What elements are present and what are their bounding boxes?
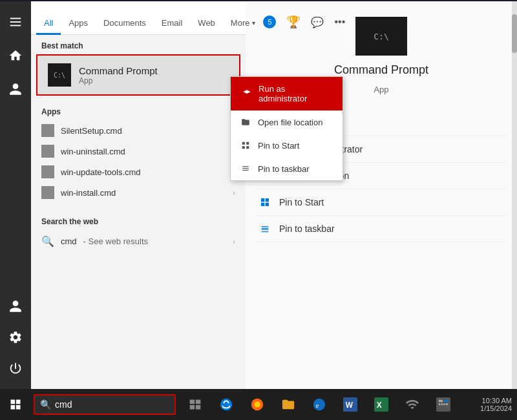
sidebar-home-button[interactable]	[0, 40, 31, 71]
taskbar-search-icon: 🔍	[40, 399, 51, 410]
app-item-uninstall[interactable]: win-uninstall.cmd ›	[31, 141, 246, 162]
tab-more[interactable]: More ▾	[223, 13, 264, 35]
detail-action-pin-start[interactable]: Pin to Start	[256, 189, 507, 216]
taskbar-search-bar[interactable]: 🔍	[34, 394, 176, 415]
svg-rect-5	[261, 203, 264, 206]
svg-rect-8	[246, 142, 249, 145]
svg-rect-34	[446, 403, 448, 405]
tab-extras: 5 🏆 💬 •••	[263, 15, 345, 34]
search-query: cmd	[61, 236, 77, 246]
cmd-file-icon	[41, 124, 54, 137]
svg-rect-16	[196, 400, 201, 404]
svg-rect-30	[444, 400, 448, 403]
search-icon: 🔍	[41, 235, 54, 247]
taskbar-search-input[interactable]	[55, 399, 165, 410]
svg-rect-1	[10, 21, 21, 23]
tabs-bar: All Apps Documents Email Web More ▾ 5 🏆 …	[31, 1, 246, 35]
taskbar-right: 10:30 AM1/15/2024	[480, 397, 517, 412]
svg-rect-10	[246, 146, 249, 149]
app-item-install[interactable]: win-install.cmd ›	[31, 182, 246, 203]
taskbar-task-view[interactable]	[181, 389, 209, 420]
pin-start-icon	[258, 196, 271, 209]
taskbar-edge[interactable]	[212, 389, 240, 420]
sidebar-settings-button[interactable]	[0, 322, 31, 353]
context-menu-pin-taskbar[interactable]: Pin to taskbar	[231, 157, 343, 180]
pin-taskbar-icon	[258, 222, 271, 235]
run-admin-menu-icon	[241, 88, 252, 100]
search-panel: All Apps Documents Email Web More ▾ 5 🏆 …	[31, 1, 246, 389]
search-suffix: - See web results	[83, 236, 148, 246]
context-pin-taskbar-label: Pin to taskbar	[258, 164, 310, 174]
svg-rect-3	[261, 198, 264, 202]
trophy-icon: 🏆	[286, 15, 301, 29]
svg-rect-31	[439, 403, 441, 405]
tab-web[interactable]: Web	[190, 13, 223, 35]
search-web-label: Search the web	[31, 211, 246, 230]
svg-rect-0	[10, 18, 21, 19]
taskbar-network[interactable]	[398, 389, 427, 420]
app-item-name: SilentSetup.cmd	[61, 126, 122, 136]
apps-label: Apps	[31, 101, 246, 120]
taskbar-edge2[interactable]: e	[305, 389, 333, 420]
svg-rect-6	[266, 203, 269, 206]
taskbar-time: 10:30 AM1/15/2024	[480, 397, 512, 412]
search-web-item[interactable]: 🔍 cmd - See web results ›	[31, 230, 246, 253]
taskbar-firefox[interactable]	[243, 389, 271, 420]
taskbar-word[interactable]: W	[336, 389, 364, 420]
detail-action-pin-taskbar[interactable]: Pin to taskbar	[256, 216, 507, 242]
context-open-file-label: Open file location	[258, 118, 322, 127]
svg-rect-13	[11, 405, 16, 410]
svg-rect-12	[16, 400, 21, 404]
svg-point-21	[254, 401, 260, 407]
app-item-name-2: win-uninstall.cmd	[61, 147, 125, 156]
taskbar-excel[interactable]: X	[367, 389, 396, 420]
start-button[interactable]	[0, 389, 31, 420]
app-item-silentsetup[interactable]: SilentSetup.cmd	[31, 120, 246, 141]
action-pin-taskbar-label: Pin to taskbar	[279, 224, 335, 234]
tab-email[interactable]: Email	[154, 13, 191, 35]
more-dropdown-icon: ▾	[252, 19, 255, 26]
sidebar-user-button[interactable]	[0, 291, 31, 322]
svg-rect-11	[11, 400, 16, 404]
sidebar	[0, 1, 31, 389]
svg-rect-32	[441, 403, 443, 405]
svg-rect-29	[439, 400, 443, 403]
tab-apps[interactable]: Apps	[61, 13, 96, 35]
sidebar-profile-button[interactable]	[0, 74, 31, 105]
context-menu-pin-start[interactable]: Pin to Start	[231, 134, 343, 157]
svg-rect-7	[242, 142, 245, 145]
svg-text:e: e	[316, 401, 319, 409]
context-menu-open-file[interactable]: Open file location	[231, 110, 343, 134]
apps-section: Apps SilentSetup.cmd win-uninstall.cmd ›…	[31, 96, 246, 208]
context-menu: Run as administrator Open file location …	[230, 76, 343, 181]
best-match-subtitle: App	[79, 76, 158, 85]
tab-documents[interactable]: Documents	[96, 13, 154, 35]
pin-taskbar-menu-icon	[240, 163, 251, 174]
svg-text:X: X	[377, 401, 382, 410]
cmd-file-icon-2	[41, 145, 54, 158]
svg-rect-4	[266, 198, 269, 202]
svg-rect-2	[10, 25, 21, 26]
open-file-menu-icon	[240, 116, 251, 128]
chat-icon: 💬	[311, 16, 324, 28]
sidebar-power-button[interactable]	[0, 353, 31, 384]
taskbar-explorer[interactable]	[274, 389, 302, 420]
context-pin-start-label: Pin to Start	[258, 141, 299, 151]
context-menu-run-admin[interactable]: Run as administrator	[231, 77, 343, 110]
tab-all[interactable]: All	[36, 13, 61, 35]
taskbar-calculator[interactable]	[429, 389, 458, 420]
svg-rect-17	[190, 405, 195, 410]
best-match-item[interactable]: C:\ Command Prompt App	[36, 54, 240, 96]
context-run-admin-label: Run as administrator	[258, 84, 332, 103]
svg-rect-15	[190, 400, 195, 404]
best-match-title: Command Prompt	[79, 65, 158, 76]
taskbar: 🔍 e W X	[0, 389, 517, 420]
app-item-update-tools[interactable]: win-update-tools.cmd ›	[31, 162, 246, 182]
right-scrollbar[interactable]	[512, 1, 517, 389]
best-match-label: Best match	[31, 35, 246, 54]
app-item-name-3: win-update-tools.cmd	[61, 167, 141, 177]
ellipsis-icon[interactable]: •••	[334, 16, 345, 28]
scrollbar-thumb	[512, 14, 517, 53]
sidebar-menu-button[interactable]	[0, 6, 31, 37]
svg-point-22	[313, 399, 325, 410]
